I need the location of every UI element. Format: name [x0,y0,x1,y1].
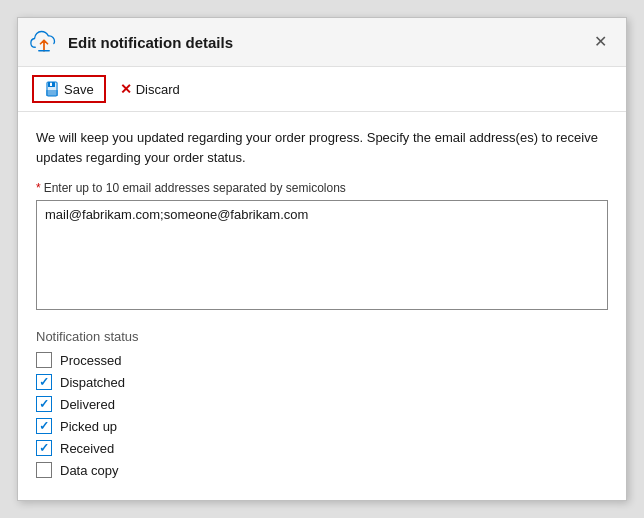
checkbox-processed: Processed [36,352,608,368]
checkbox-picked-up: ✓ Picked up [36,418,608,434]
close-button[interactable]: ✕ [589,32,612,52]
checkbox-data-copy-label[interactable]: Data copy [60,463,119,478]
description-text: We will keep you updated regarding your … [36,128,608,167]
svg-rect-3 [46,90,58,96]
dialog-content: We will keep you updated regarding your … [18,112,626,500]
checkmark-dispatched: ✓ [39,376,49,388]
dialog-header: Edit notification details ✕ [18,18,626,67]
save-icon [44,81,60,97]
checkbox-delivered-input[interactable]: ✓ [36,396,52,412]
notification-status-label: Notification status [36,329,608,344]
required-star: * [36,181,41,195]
cloud-upload-icon [30,28,58,56]
checkbox-data-copy-input[interactable] [36,462,52,478]
checkbox-picked-up-input[interactable]: ✓ [36,418,52,434]
discard-button[interactable]: ✕ Discard [112,77,188,101]
discard-icon: ✕ [120,81,132,97]
save-button[interactable]: Save [32,75,106,103]
checkbox-processed-label[interactable]: Processed [60,353,121,368]
dialog-title: Edit notification details [68,34,233,51]
checkbox-received-input[interactable]: ✓ [36,440,52,456]
checkmark-received: ✓ [39,442,49,454]
checkbox-picked-up-label[interactable]: Picked up [60,419,117,434]
edit-notification-dialog: Edit notification details ✕ Save ✕ Disca… [17,17,627,501]
email-textarea[interactable]: mail@fabrikam.com;someone@fabrikam.com [36,200,608,310]
checkbox-received-label[interactable]: Received [60,441,114,456]
notification-status-section: Notification status Processed ✓ Dispatch… [36,329,608,478]
checkbox-delivered: ✓ Delivered [36,396,608,412]
discard-label: Discard [136,82,180,97]
toolbar: Save ✕ Discard [18,67,626,112]
checkbox-dispatched-input[interactable]: ✓ [36,374,52,390]
checkmark-picked-up: ✓ [39,420,49,432]
email-field-label: *Enter up to 10 email addresses separate… [36,181,608,195]
checkbox-dispatched: ✓ Dispatched [36,374,608,390]
checkmark-delivered: ✓ [39,398,49,410]
checkbox-processed-input[interactable] [36,352,52,368]
checkbox-received: ✓ Received [36,440,608,456]
svg-rect-2 [50,83,52,87]
dialog-title-area: Edit notification details [30,28,233,56]
save-label: Save [64,82,94,97]
checkbox-delivered-label[interactable]: Delivered [60,397,115,412]
checkbox-data-copy: Data copy [36,462,608,478]
checkbox-dispatched-label[interactable]: Dispatched [60,375,125,390]
